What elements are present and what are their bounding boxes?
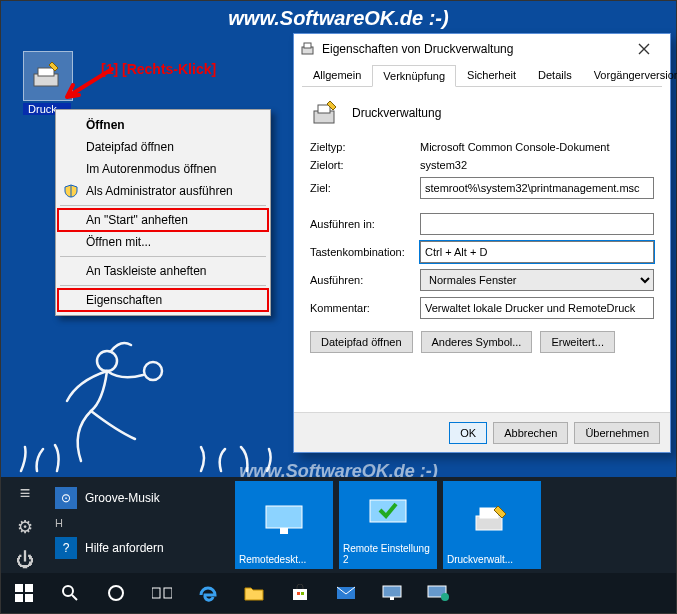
start-item-help[interactable]: ? Hilfe anfordern (49, 533, 229, 563)
input-ziel[interactable] (420, 177, 654, 199)
monitor-icon (262, 502, 306, 538)
dialog-icon (300, 41, 316, 57)
svg-rect-16 (25, 594, 33, 602)
context-menu: Öffnen Dateipfad öffnen Im Autorenmodus … (55, 109, 271, 316)
dialog-title: Eigenschaften von Druckverwaltung (322, 42, 624, 56)
svg-rect-9 (280, 528, 288, 534)
ctx-sep (60, 205, 266, 206)
ctx-pin-taskbar[interactable]: An Taskleiste anheften (58, 260, 268, 282)
printer-wrench-icon (470, 502, 514, 538)
printer-wrench-icon (310, 97, 342, 129)
tab-shortcut[interactable]: Verknüpfung (372, 65, 456, 87)
svg-rect-22 (297, 592, 300, 595)
arrow-1-icon (57, 61, 117, 111)
svg-rect-1 (38, 68, 54, 76)
cortana-icon (107, 584, 125, 602)
svg-rect-14 (25, 584, 33, 592)
svg-rect-19 (152, 588, 160, 598)
tab-previous-versions[interactable]: Vorgängerversionen (583, 64, 677, 86)
apply-button[interactable]: Übernehmen (574, 422, 660, 444)
gear-icon[interactable]: ⚙ (17, 516, 33, 538)
svg-rect-25 (383, 586, 401, 597)
power-icon[interactable]: ⏻ (16, 550, 34, 571)
cancel-button[interactable]: Abbrechen (493, 422, 568, 444)
help-icon: ? (55, 537, 77, 559)
ctx-pin-start[interactable]: An "Start" anheften (58, 209, 268, 231)
music-icon: ⊙ (55, 487, 77, 509)
ctx-author-mode[interactable]: Im Autorenmodus öffnen (58, 158, 268, 180)
ctx-open[interactable]: Öffnen (58, 114, 268, 136)
svg-rect-5 (318, 105, 330, 113)
svg-rect-8 (266, 506, 302, 528)
value-zieltyp: Microsoft Common Console-Dokument (420, 141, 654, 153)
input-ausfuehren-in[interactable] (420, 213, 654, 235)
properties-dialog: Eigenschaften von Druckverwaltung Allgem… (293, 33, 671, 453)
ctx-run-admin[interactable]: Als Administrator ausführen (58, 180, 268, 202)
label-ziel: Ziel: (310, 182, 420, 194)
edge-icon (198, 583, 218, 603)
windows-icon (15, 584, 33, 602)
ctx-sep (60, 285, 266, 286)
ctx-open-with[interactable]: Öffnen mit... (58, 231, 268, 253)
monitor-badge-icon (427, 585, 449, 601)
tile-remote-einstellung[interactable]: Remote Einstellung 2 (339, 481, 437, 569)
taskbar (1, 573, 676, 613)
label-zielort: Zielort: (310, 159, 420, 171)
task-view-button[interactable] (139, 573, 185, 613)
tile-remotedesktop[interactable]: Remotedeskt... (235, 481, 333, 569)
input-kommentar[interactable] (420, 297, 654, 319)
ok-button[interactable]: OK (449, 422, 487, 444)
ctx-open-path[interactable]: Dateipfad öffnen (58, 136, 268, 158)
label-ausfuehren: Ausführen: (310, 274, 420, 286)
label-tastenkombination: Tastenkombination: (310, 246, 420, 258)
cortana-button[interactable] (93, 573, 139, 613)
start-menu: ≡ ⚙ ⏻ ⊙ Groove-Musik H ? Hilfe anfordern… (1, 477, 676, 575)
tab-general[interactable]: Allgemein (302, 64, 372, 86)
doodle-figure (11, 331, 281, 481)
ctx-sep (60, 256, 266, 257)
taskbar-mail[interactable] (323, 573, 369, 613)
watermark-top: www.SoftwareOK.de :-) (228, 7, 448, 30)
ctx-properties[interactable]: Eigenschaften (58, 289, 268, 311)
search-button[interactable] (47, 573, 93, 613)
svg-point-17 (63, 586, 73, 596)
monitor-icon (382, 585, 402, 601)
tab-security[interactable]: Sicherheit (456, 64, 527, 86)
value-zielort: system32 (420, 159, 654, 171)
advanced-button[interactable]: Erweitert... (540, 331, 615, 353)
svg-rect-3 (304, 43, 311, 48)
svg-rect-15 (15, 594, 23, 602)
open-location-button[interactable]: Dateipfad öffnen (310, 331, 413, 353)
annotation-1: [1] [Rechts-Klick] (101, 61, 216, 77)
svg-point-18 (109, 586, 123, 600)
tile-label: Remote Einstellung 2 (343, 543, 433, 565)
tile-druckverwaltung[interactable]: Druckverwalt... (443, 481, 541, 569)
taskbar-app2[interactable] (415, 573, 461, 613)
close-button[interactable] (624, 36, 664, 62)
taskbar-edge[interactable] (185, 573, 231, 613)
folder-icon (244, 585, 264, 601)
input-tastenkombination[interactable] (420, 241, 654, 263)
taskbar-explorer[interactable] (231, 573, 277, 613)
change-icon-button[interactable]: Anderes Symbol... (421, 331, 533, 353)
ctx-run-admin-label: Als Administrator ausführen (86, 184, 233, 198)
start-item-groove[interactable]: ⊙ Groove-Musik (49, 483, 229, 513)
svg-point-7 (144, 362, 162, 380)
svg-rect-26 (390, 597, 394, 600)
taskbar-app1[interactable] (369, 573, 415, 613)
taskbar-store[interactable] (277, 573, 323, 613)
svg-point-28 (441, 593, 449, 601)
label-kommentar: Kommentar: (310, 302, 420, 314)
dialog-header-name: Druckverwaltung (352, 106, 441, 120)
tab-details[interactable]: Details (527, 64, 583, 86)
search-icon (61, 584, 79, 602)
monitor-check-icon (366, 496, 410, 532)
select-ausfuehren[interactable]: Normales Fenster (420, 269, 654, 291)
start-item-label: Hilfe anfordern (85, 541, 164, 555)
label-ausfuehren-in: Ausführen in: (310, 218, 420, 230)
shield-icon (64, 184, 78, 198)
start-button[interactable] (1, 573, 47, 613)
close-icon (638, 43, 650, 55)
hamburger-icon[interactable]: ≡ (20, 483, 31, 504)
task-view-icon (152, 586, 172, 600)
